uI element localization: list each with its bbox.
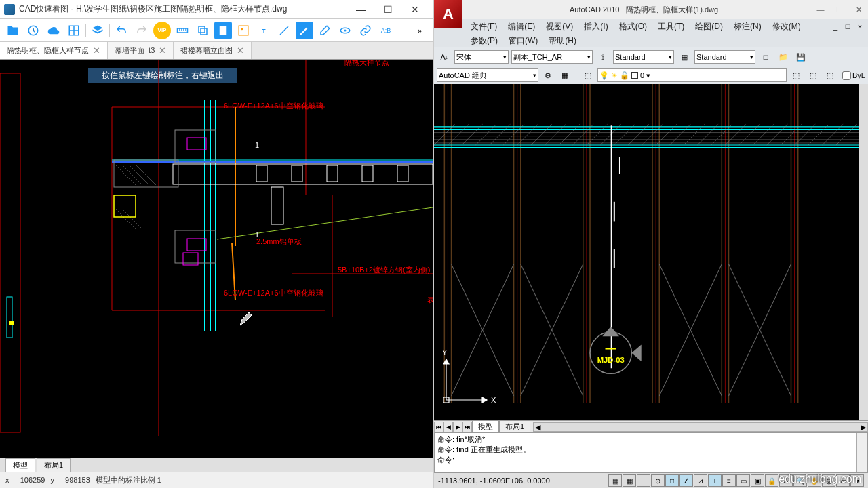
link-icon[interactable] (357, 22, 374, 39)
menu-dimension[interactable]: 标注(N) (728, 20, 767, 34)
command-window[interactable]: 命令: fin*取消* 命令: find 正在重生成模型。 命令: (434, 432, 868, 473)
lwt-button[interactable]: ≡ (722, 474, 736, 487)
close-icon[interactable]: ✕ (159, 45, 166, 56)
polar-button[interactable]: ⊙ (651, 474, 665, 487)
layers-icon[interactable] (89, 22, 106, 39)
eraser-icon[interactable] (316, 22, 334, 39)
prev-tab-button[interactable]: ◀ (443, 422, 453, 432)
tool-icon[interactable]: ▦ (557, 68, 572, 83)
layer-combo[interactable]: 💡 ☀ 🔓 0 ▾ (597, 68, 787, 82)
maximize-button[interactable]: ☐ (374, 3, 401, 16)
undo-icon[interactable] (113, 22, 130, 39)
recent-icon[interactable] (24, 22, 42, 39)
line-icon[interactable] (275, 22, 293, 39)
close-icon[interactable]: ✕ (93, 45, 100, 56)
layout-tab[interactable]: 布局1 (499, 420, 530, 433)
minimize-button[interactable]: — (347, 3, 374, 16)
new-icon[interactable]: □ (758, 49, 773, 64)
open-icon[interactable]: 📁 (776, 49, 791, 64)
cmd-scrollbar[interactable] (856, 433, 867, 472)
ducs-button[interactable]: ⊿ (694, 474, 707, 487)
menu-file[interactable]: 文件(F) (465, 20, 502, 34)
vertical-scrollbar[interactable] (859, 84, 868, 420)
dyn-button[interactable]: + (708, 474, 722, 487)
gear-icon[interactable]: ⚙ (540, 68, 555, 83)
save-icon[interactable]: 💾 (793, 49, 808, 64)
pen-icon[interactable] (296, 22, 313, 39)
otrack-button[interactable]: ∠ (679, 474, 693, 487)
tablestyle-combo[interactable]: Standard▾ (694, 50, 755, 64)
menu-insert[interactable]: 插入(I) (578, 20, 613, 34)
layout-tab[interactable]: 布局1 (37, 458, 71, 472)
ortho-button[interactable]: ⊥ (637, 474, 650, 487)
workspace-combo[interactable]: AutoCAD 经典▾ (437, 68, 538, 82)
coord-x: x = -106259 (5, 476, 45, 484)
close-button[interactable]: ✕ (849, 3, 868, 16)
more-icon[interactable]: » (411, 22, 429, 39)
menu-draw[interactable]: 绘图(D) (690, 20, 728, 34)
grid-icon[interactable] (65, 22, 83, 39)
svg-rect-3 (199, 26, 205, 33)
menu-tools[interactable]: 工具(T) (652, 20, 690, 34)
tab-label: 幕墙平面_t3 (115, 45, 155, 56)
snap-button[interactable]: ▦ (608, 474, 622, 487)
menu-edit[interactable]: 编辑(E) (502, 20, 540, 34)
compare-icon[interactable]: A:B (377, 22, 395, 39)
model-tab[interactable]: 模型 (5, 458, 35, 472)
svg-rect-4 (201, 28, 207, 35)
minimize-button[interactable]: — (811, 3, 830, 16)
autocad-app-button[interactable]: A (434, 0, 462, 28)
menu-window[interactable]: 窗口(W) (503, 34, 543, 48)
vip-icon[interactable]: VIP (153, 22, 171, 39)
osnap-button[interactable]: □ (665, 474, 679, 487)
menu-help[interactable]: 帮助(H) (543, 34, 582, 48)
file-tab-0[interactable]: 隔热明框、隐框大样节点✕ (0, 42, 108, 59)
textstyle-icon[interactable]: A↓ (437, 49, 452, 64)
maximize-button[interactable]: ☐ (830, 3, 849, 16)
redo-icon[interactable] (133, 22, 151, 39)
mdi-close[interactable]: × (854, 22, 865, 30)
grid-button[interactable]: ▦ (623, 474, 636, 487)
layer-match-icon[interactable]: ⬚ (823, 68, 837, 83)
bylayer-check[interactable] (842, 71, 851, 80)
cloud-icon[interactable] (45, 22, 62, 39)
menu-view[interactable]: 视图(V) (540, 20, 578, 34)
qp-button[interactable]: ▭ (736, 474, 750, 487)
layer-filter-icon[interactable]: ⬚ (789, 68, 804, 83)
svg-rect-30 (362, 165, 373, 182)
image-icon[interactable] (235, 22, 252, 39)
svg-line-25 (217, 207, 433, 239)
export-icon[interactable] (214, 22, 232, 39)
menu-format[interactable]: 格式(O) (614, 20, 652, 34)
left-drawing-canvas[interactable]: 按住鼠标左键绘制标注，右键退出 (0, 60, 433, 458)
measure-icon[interactable] (174, 22, 191, 39)
close-icon[interactable]: ✕ (237, 45, 244, 56)
copy-icon[interactable] (194, 22, 212, 39)
font-combo[interactable]: 宋体▾ (454, 50, 509, 64)
textstyle-combo[interactable]: 副本_TCH_AR▾ (511, 50, 593, 64)
text-icon[interactable]: T (255, 22, 273, 39)
right-drawing-canvas[interactable]: MJD-03 X Y (434, 84, 868, 420)
model-tab[interactable]: 模型 (472, 420, 499, 433)
menu-param[interactable]: 参数(P) (465, 34, 503, 48)
lock-button[interactable]: 🔒 (765, 474, 778, 487)
layer-states-icon[interactable]: ⬚ (806, 68, 821, 83)
dimstyle-combo[interactable]: Standard▾ (613, 50, 674, 64)
dimstyle-icon[interactable]: ⟟ (595, 49, 610, 64)
layer-props-icon[interactable]: ⬚ (580, 68, 595, 83)
model-button[interactable]: ▣ (751, 474, 764, 487)
horizontal-scrollbar[interactable]: ◀▶ (533, 422, 868, 432)
next-tab-button[interactable]: ▶ (453, 422, 462, 432)
mdi-min[interactable]: _ (830, 22, 841, 30)
first-tab-button[interactable]: ⏮ (434, 422, 443, 432)
menu-modify[interactable]: 修改(M) (767, 20, 806, 34)
tablestyle-icon[interactable]: ▦ (677, 49, 692, 64)
file-tab-1[interactable]: 幕墙平面_t3✕ (108, 42, 174, 59)
open-icon[interactable] (4, 22, 22, 39)
svg-rect-43 (187, 239, 206, 251)
file-tab-2[interactable]: 裙楼幕墙立面图✕ (174, 42, 252, 59)
mdi-max[interactable]: □ (842, 22, 853, 30)
close-button[interactable]: ✕ (401, 3, 429, 16)
last-tab-button[interactable]: ⏭ (462, 422, 472, 432)
eye-icon[interactable] (336, 22, 354, 39)
